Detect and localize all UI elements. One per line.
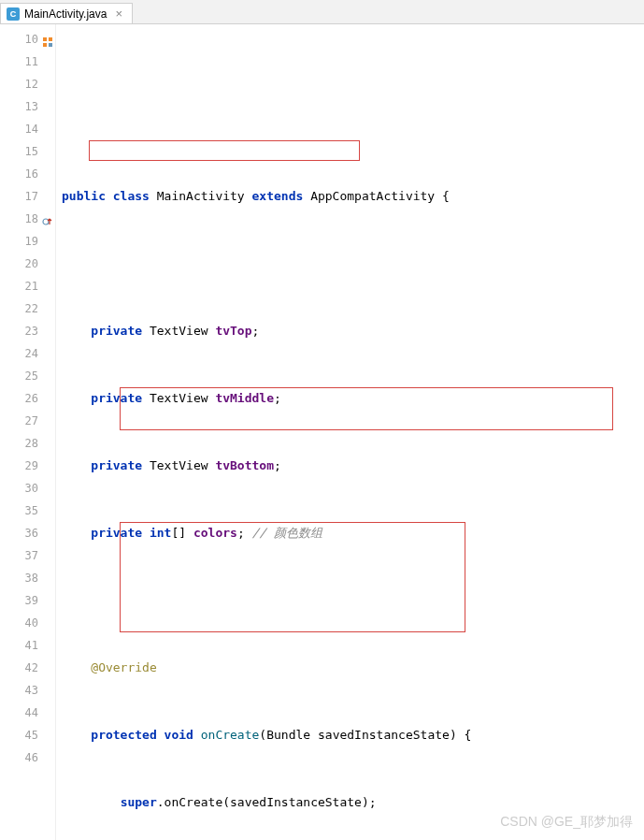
code-line (62, 589, 644, 612)
line-number-gutter: 10 11 12 13 14 15 16 17 18 19 20 21 22 2… (0, 24, 56, 840)
gutter-line: 42 (0, 657, 55, 679)
highlight-box-colors-decl (89, 140, 360, 161)
gutter-line: 40 (0, 612, 55, 634)
override-icon[interactable] (42, 212, 53, 224)
gutter-line: 27 (0, 410, 55, 432)
gutter-line: 39 (0, 589, 55, 612)
code-line: protected void onCreate(Bundle savedInst… (62, 724, 644, 746)
svg-rect-0 (43, 37, 47, 41)
gutter-line: 46 (0, 746, 55, 769)
gutter-line: 17 (0, 185, 55, 208)
close-icon[interactable]: × (115, 7, 122, 21)
gutter-line: 13 (0, 95, 55, 118)
gutter-line: 18 (0, 208, 55, 230)
gutter-line: 41 (0, 634, 55, 657)
gutter-line: 10 (0, 28, 55, 51)
gutter-line: 21 (0, 275, 55, 297)
gutter-line: 14 (0, 118, 55, 140)
gutter-line: 37 (0, 544, 55, 567)
code-line: public class MainActivity extends AppCom… (62, 185, 644, 208)
gutter-line: 20 (0, 253, 55, 275)
gutter-line: 23 (0, 320, 55, 342)
gutter-line: 25 (0, 365, 55, 387)
gutter-line: 44 (0, 702, 55, 724)
gutter-line: 29 (0, 455, 55, 477)
code-line: super.onCreate(savedInstanceState); (62, 791, 644, 814)
code-line: private TextView tvTop; (62, 320, 644, 342)
svg-rect-2 (43, 43, 47, 47)
svg-point-4 (43, 219, 49, 224)
svg-rect-1 (49, 37, 52, 41)
tab-filename: MainActivity.java (24, 7, 107, 21)
gutter-line: 38 (0, 567, 55, 589)
gutter-line: 45 (0, 724, 55, 746)
gutter-line: 19 (0, 230, 55, 253)
code-line: private int[] colors; // 颜色数组 (62, 522, 644, 544)
gutter-line: 11 (0, 51, 55, 73)
code-area[interactable]: public class MainActivity extends AppCom… (56, 24, 644, 840)
code-line: @Override (62, 657, 644, 679)
structure-icon[interactable] (42, 33, 53, 44)
editor: 10 11 12 13 14 15 16 17 18 19 20 21 22 2… (0, 24, 644, 840)
java-class-icon: C (7, 7, 20, 21)
code-line (62, 253, 644, 275)
code-line: private TextView tvBottom; (62, 455, 644, 477)
gutter-line: 12 (0, 73, 55, 95)
tab-bar: C MainActivity.java × (0, 0, 644, 24)
gutter-line: 36 (0, 522, 55, 544)
gutter-line: 28 (0, 432, 55, 455)
file-tab[interactable]: C MainActivity.java × (0, 3, 133, 23)
gutter-line: 26 (0, 387, 55, 410)
svg-rect-3 (49, 43, 52, 47)
gutter-line: 22 (0, 297, 55, 320)
gutter-line: 43 (0, 679, 55, 702)
gutter-line: 35 (0, 500, 55, 522)
gutter-line: 24 (0, 342, 55, 365)
gutter-line: 30 (0, 477, 55, 500)
code-line: private TextView tvMiddle; (62, 387, 644, 410)
gutter-line: 16 (0, 163, 55, 185)
gutter-line: 15 (0, 140, 55, 163)
